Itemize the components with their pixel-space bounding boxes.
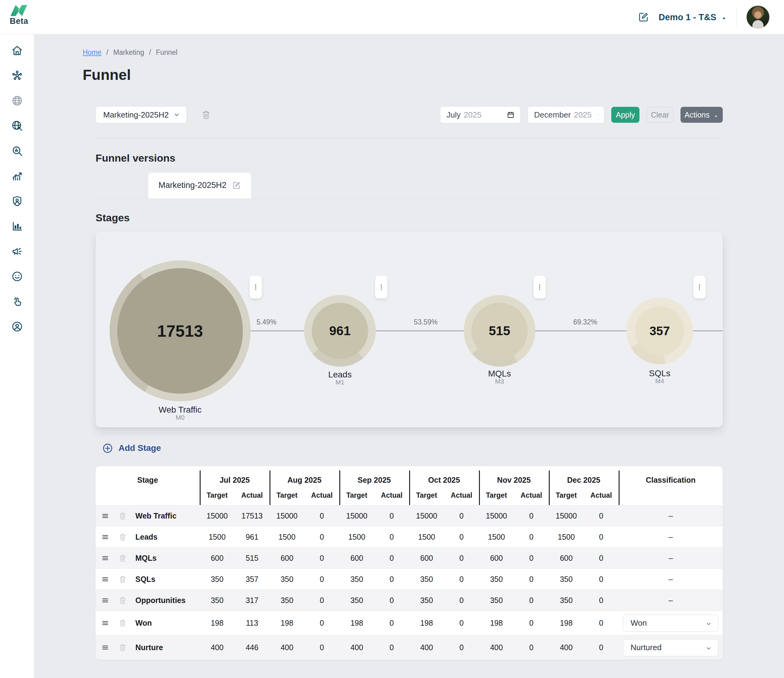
stage-month-value[interactable]: 1500	[479, 533, 514, 541]
stage-month-value[interactable]: 0	[514, 643, 549, 652]
stage-month-value[interactable]: 198	[270, 619, 304, 628]
sidebar-item-trend-chart[interactable]	[0, 163, 34, 188]
trash-icon[interactable]	[118, 619, 127, 628]
stage-month-value[interactable]: 15000	[200, 512, 235, 520]
sidebar-item-account[interactable]	[0, 314, 34, 339]
trash-icon[interactable]	[201, 110, 211, 120]
stage-month-value[interactable]: 400	[479, 643, 514, 652]
trash-icon[interactable]	[118, 643, 127, 652]
classification-select[interactable]: Won	[623, 615, 719, 632]
stage-month-value[interactable]: 400	[409, 643, 444, 652]
stage-month-value[interactable]: 350	[270, 596, 304, 605]
stage-month-value[interactable]: 0	[444, 596, 479, 605]
stage-month-value[interactable]: 0	[374, 619, 409, 628]
stage-month-value[interactable]: 1500	[270, 533, 304, 541]
sidebar-item-smiley[interactable]	[0, 264, 34, 289]
stage-month-value[interactable]: 15000	[339, 512, 374, 520]
stage-month-value[interactable]: 350	[409, 575, 444, 584]
stage-month-value[interactable]: 0	[514, 554, 549, 563]
stage-month-value[interactable]: 0	[584, 512, 619, 520]
sidebar-item-globe-cursor[interactable]	[0, 113, 34, 138]
stage-month-value[interactable]: 350	[409, 596, 444, 605]
funnel-version-select[interactable]: Marketing-2025H2	[95, 106, 187, 123]
stage-month-value[interactable]: 350	[549, 596, 584, 605]
stage-month-value[interactable]: 0	[584, 554, 619, 563]
stage-month-value[interactable]: 0	[304, 643, 339, 652]
drag-handle-icon[interactable]	[100, 511, 110, 521]
stage-month-value[interactable]: 0	[444, 643, 479, 652]
stage-month-value[interactable]: 15000	[409, 512, 444, 520]
drag-handle-icon[interactable]	[100, 575, 110, 584]
actions-button[interactable]: Actions	[681, 107, 723, 123]
stage-month-value[interactable]: 0	[374, 554, 409, 563]
drag-handle-icon[interactable]	[100, 532, 110, 542]
stage-month-value[interactable]: 350	[339, 575, 374, 584]
stage-month-value[interactable]: 0	[304, 554, 339, 563]
stage-month-value[interactable]: 0	[514, 533, 549, 541]
stage-month-value[interactable]: 0	[304, 619, 339, 628]
stage-month-value[interactable]: 113	[235, 619, 270, 628]
stage-month-value[interactable]: 0	[304, 512, 339, 520]
stage-month-value[interactable]: 0	[514, 619, 549, 628]
stage-month-value[interactable]: 17513	[235, 512, 270, 520]
stage-month-value[interactable]: 600	[200, 554, 235, 563]
stage-month-value[interactable]: 350	[200, 596, 235, 605]
stage-month-value[interactable]: 0	[584, 596, 619, 605]
tab-marketing-2025h2[interactable]: Marketing-2025H2	[148, 173, 251, 198]
stage-month-value[interactable]: 0	[374, 596, 409, 605]
stage-month-value[interactable]: 446	[235, 643, 270, 652]
stage-month-value[interactable]: 400	[270, 643, 304, 652]
stage-month-value[interactable]: 350	[549, 575, 584, 584]
apply-button[interactable]: Apply	[611, 107, 639, 123]
stage-month-value[interactable]: 600	[479, 554, 514, 563]
funnel-stage-circle-m0[interactable]: 17513	[110, 260, 251, 401]
classification-select[interactable]: Nurtured	[623, 639, 719, 656]
sidebar-item-bar-chart[interactable]	[0, 214, 34, 239]
stage-month-value[interactable]: 1500	[409, 533, 444, 541]
stage-month-value[interactable]: 400	[339, 643, 374, 652]
stage-menu-button-m4[interactable]	[694, 276, 706, 299]
stage-month-value[interactable]: 1500	[200, 533, 235, 541]
stage-month-value[interactable]: 0	[584, 619, 619, 628]
clear-button[interactable]: Clear	[647, 107, 673, 123]
stage-month-value[interactable]: 0	[444, 554, 479, 563]
trash-icon[interactable]	[118, 575, 127, 584]
stage-month-value[interactable]: 357	[235, 575, 270, 584]
trash-icon[interactable]	[118, 554, 127, 563]
stage-month-value[interactable]: 15000	[270, 512, 304, 520]
stage-month-value[interactable]: 600	[270, 554, 304, 563]
stage-month-value[interactable]: 0	[444, 619, 479, 628]
stage-month-value[interactable]: 0	[584, 643, 619, 652]
stage-menu-button-m1[interactable]	[375, 276, 387, 299]
stage-month-value[interactable]: 198	[339, 619, 374, 628]
stage-month-value[interactable]: 0	[374, 643, 409, 652]
edit-square-icon[interactable]	[637, 11, 649, 23]
sidebar-item-megaphone[interactable]	[0, 239, 34, 264]
breadcrumb-home-link[interactable]: Home	[83, 48, 101, 57]
edit-square-icon[interactable]	[232, 181, 241, 190]
drag-handle-icon[interactable]	[100, 618, 110, 628]
stage-month-value[interactable]: 515	[235, 554, 270, 563]
stage-month-value[interactable]: 400	[200, 643, 235, 652]
stage-month-value[interactable]: 198	[479, 619, 514, 628]
drag-handle-icon[interactable]	[100, 643, 110, 652]
stage-month-value[interactable]: 350	[200, 575, 235, 584]
stage-month-value[interactable]: 350	[339, 596, 374, 605]
stage-month-value[interactable]: 600	[339, 554, 374, 563]
stage-month-value[interactable]: 350	[479, 575, 514, 584]
workspace-switcher[interactable]: Demo 1 - T&S	[658, 12, 727, 22]
stage-month-value[interactable]: 0	[304, 596, 339, 605]
sidebar-item-home[interactable]	[0, 38, 34, 63]
stage-month-value[interactable]: 961	[235, 533, 270, 541]
add-stage-button[interactable]: Add Stage	[102, 442, 723, 454]
stage-month-value[interactable]: 0	[374, 512, 409, 520]
stage-month-value[interactable]: 317	[235, 596, 270, 605]
stage-month-value[interactable]: 0	[304, 575, 339, 584]
stage-menu-button-m0[interactable]	[249, 276, 262, 299]
user-avatar[interactable]	[746, 5, 770, 29]
stage-menu-button-m3[interactable]	[533, 276, 546, 299]
stage-month-value[interactable]: 0	[584, 533, 619, 541]
funnel-stage-circle-m4[interactable]: 357	[626, 297, 693, 364]
stage-month-value[interactable]: 198	[409, 619, 444, 628]
trash-icon[interactable]	[118, 533, 127, 541]
